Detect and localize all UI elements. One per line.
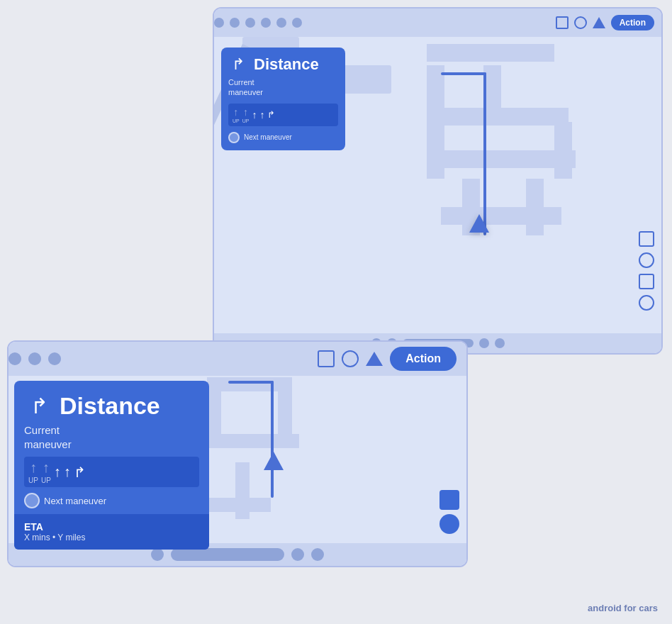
nav-card-header-large: ↱ Distance (228, 55, 338, 74)
lane-5-large: ↱ (267, 109, 275, 120)
lanes-small: ↑ UP ↑ UP ↑ ↑ ↱ (24, 457, 199, 487)
nav-card-header-small: ↱ Distance (24, 391, 199, 420)
map-block-s1 (207, 377, 292, 391)
toolbar-triangle-icon-large[interactable] (593, 17, 605, 28)
eta-detail: X mins • Y miles (24, 533, 199, 542)
distance-label-small: Distance (60, 392, 160, 420)
next-maneuver-row-large: Next maneuver (228, 132, 338, 143)
lane-arrow-5: ↱ (267, 109, 275, 120)
lane-label-2: UP (242, 118, 250, 123)
lane-1-large: ↑ UP (233, 106, 240, 123)
bottom-small-pill (171, 548, 284, 561)
top-bar-circle-5 (276, 18, 286, 28)
lane-arrow-2: ↑ (243, 106, 248, 118)
lane-arrow-s2: ↑ (43, 459, 50, 476)
toolbar-square-icon-small[interactable] (318, 350, 335, 367)
lane-arrow-s1: ↑ (30, 459, 37, 476)
next-maneuver-label-large: Next maneuver (244, 133, 292, 141)
right-icon-circle-1[interactable] (639, 252, 654, 268)
bottom-circle-4 (495, 338, 505, 348)
toolbar-triangle-icon-small[interactable] (366, 352, 383, 366)
lane-arrow-s5: ↱ (74, 464, 86, 481)
right-icon-square-2[interactable] (639, 274, 654, 289)
right-icon-square[interactable] (639, 231, 654, 247)
route-line-small-h (228, 381, 274, 384)
top-bar-circle-2 (230, 18, 240, 28)
route-line-large (483, 72, 486, 235)
lane-label-s1: UP (28, 477, 38, 484)
top-bar-circle-4 (261, 18, 271, 28)
lane-label-1: UP (233, 118, 240, 123)
toolbar-circle-icon-small[interactable] (342, 350, 359, 367)
map-block (427, 44, 554, 62)
top-bar-small-circle-3 (48, 352, 61, 365)
toolbar-square-icon-large[interactable] (556, 16, 569, 29)
next-maneuver-row-small: Next maneuver (24, 493, 199, 508)
action-button-large[interactable]: Action (611, 15, 654, 30)
lane-arrow-s4: ↑ (64, 464, 71, 480)
nav-card-large: ↱ Distance Currentmaneuver ↑ UP ↑ UP ↑ ↑… (221, 48, 345, 150)
large-screen: Action ↱ Distance Currentmaneuver ↑ UP ↑… (213, 7, 663, 355)
route-line-small-v (271, 381, 274, 498)
lanes-large: ↑ UP ↑ UP ↑ ↑ ↱ (228, 104, 338, 126)
maneuver-label-large: Currentmaneuver (228, 77, 338, 98)
lane-4-small: ↑ (64, 464, 71, 480)
top-bar-circle-6 (292, 18, 302, 28)
brand-text: android for cars (588, 603, 658, 613)
lane-arrow-s3: ↑ (54, 464, 61, 480)
lane-arrow-1: ↑ (233, 106, 238, 118)
lane-2-large: ↑ UP (242, 106, 250, 123)
next-dot-small (24, 493, 40, 508)
brand-android: android (588, 603, 622, 613)
map-block (427, 108, 569, 126)
lane-3-large: ↑ (252, 109, 257, 121)
top-bar-large: Action (214, 9, 661, 37)
bottom-small-circle-1 (151, 548, 164, 561)
top-bar-small-circle-1 (9, 352, 21, 365)
action-button-small[interactable]: Action (390, 347, 457, 371)
lane-arrow-4: ↑ (259, 109, 264, 121)
next-dot-large (228, 132, 240, 143)
lane-5-small: ↱ (74, 464, 86, 481)
eta-bar: ETA X mins • Y miles (14, 514, 209, 550)
right-icon-circle-2[interactable] (639, 295, 654, 311)
nav-arrow-large (469, 214, 489, 233)
lane-arrow-3: ↑ (252, 109, 257, 121)
top-bar-small: Action (9, 342, 466, 376)
mini-icon-circle[interactable] (439, 514, 459, 534)
bottom-small-circle-3 (311, 548, 324, 561)
top-bar-small-circle-2 (28, 352, 41, 365)
small-screen: Action ↱ Distance Currentmaneuver ↑ UP ↑… (7, 340, 468, 567)
lane-1-small: ↑ UP (28, 459, 38, 484)
map-block-s4 (207, 434, 299, 448)
maneuver-label-small: Currentmaneuver (24, 423, 199, 451)
lane-label-s2: UP (41, 477, 51, 484)
toolbar-circle-icon-large[interactable] (574, 16, 587, 29)
lane-4-large: ↑ (259, 109, 264, 121)
bottom-small-circle-2 (291, 548, 304, 561)
top-bar-circle-3 (245, 18, 255, 28)
turn-icon-large: ↱ (228, 55, 248, 74)
mini-map-icons (439, 490, 459, 534)
lane-2-small: ↑ UP (41, 459, 51, 484)
turn-icon-small: ↱ (24, 391, 54, 420)
map-block (441, 207, 561, 225)
right-icons-large (639, 231, 654, 311)
lane-3-small: ↑ (54, 464, 61, 480)
nav-arrow-small (264, 452, 284, 470)
nav-card-small: ↱ Distance Currentmaneuver ↑ UP ↑ UP ↑ ↑… (14, 381, 209, 550)
brand-suffix: for cars (622, 603, 658, 613)
map-block-s6 (207, 498, 271, 512)
map-block (427, 150, 576, 168)
mini-icon-square[interactable] (439, 490, 459, 510)
eta-title: ETA (24, 521, 199, 533)
distance-label-large: Distance (254, 55, 319, 74)
bottom-circle-3 (479, 338, 489, 348)
next-maneuver-label-small: Next maneuver (44, 496, 106, 506)
route-line-h (441, 72, 486, 75)
top-bar-circle-1 (214, 18, 224, 28)
